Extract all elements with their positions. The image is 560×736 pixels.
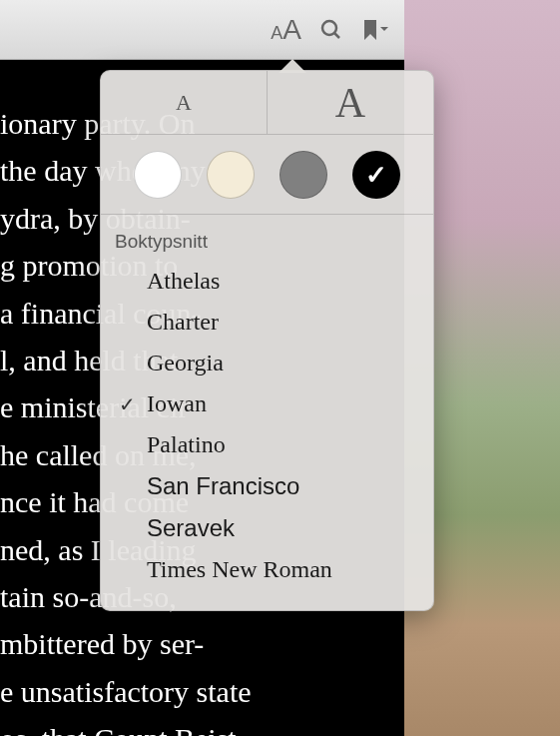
font-name-label: Times New Roman [147,556,332,583]
font-name-label: San Francisco [147,472,299,500]
increase-text-size-button[interactable]: A [268,71,433,134]
svg-point-0 [322,21,336,35]
text-size-controls: A A [101,71,433,135]
theme-controls [101,135,433,215]
font-name-label: Seravek [147,514,235,542]
font-option-iowan[interactable]: ✓Iowan [101,383,433,424]
reader-toolbar: AA [0,0,404,60]
theme-gray-button[interactable] [280,151,327,199]
theme-sepia-button[interactable] [207,151,255,199]
font-option-seravek[interactable]: Seravek [101,507,433,549]
font-option-san-francisco[interactable]: San Francisco [101,465,433,507]
font-option-charter[interactable]: Charter [101,302,433,343]
font-list: Boktypsnitt AthelasCharterGeorgia✓IowanP… [101,215,433,610]
font-option-times-new-roman[interactable]: Times New Roman [101,549,433,590]
font-option-georgia[interactable]: Georgia [101,343,433,383]
bookmark-icon[interactable] [361,18,389,42]
text-appearance-icon[interactable]: AA [271,14,301,46]
checkmark-icon: ✓ [119,392,147,416]
decrease-text-size-button[interactable]: A [101,71,268,134]
search-icon[interactable] [319,18,343,42]
font-name-label: Athelas [147,268,220,295]
font-name-label: Charter [147,309,219,336]
svg-line-1 [334,33,339,38]
font-option-palatino[interactable]: Palatino [101,424,433,465]
font-option-athelas[interactable]: Athelas [101,261,433,302]
font-name-label: Georgia [147,350,224,376]
font-name-label: Palatino [147,431,226,458]
font-list-header: Boktypsnitt [101,227,433,261]
theme-black-button[interactable] [352,151,400,199]
appearance-popover: A A Boktypsnitt AthelasCharterGeorgia✓Io… [100,70,434,611]
font-name-label: Iowan [147,390,207,417]
theme-white-button[interactable] [134,151,182,199]
